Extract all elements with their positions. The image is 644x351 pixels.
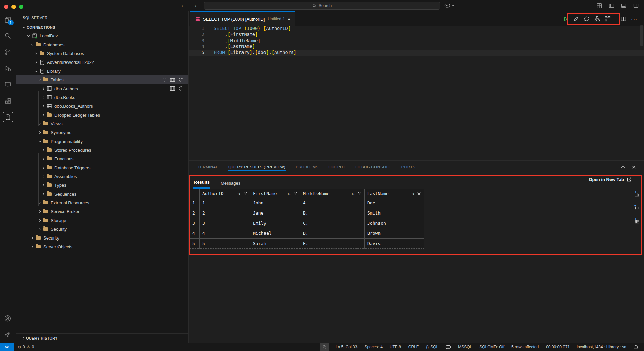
grid-cell[interactable]: 5 [200, 239, 250, 249]
remote-explorer-icon[interactable] [0, 76, 16, 93]
grid-cell[interactable]: John [250, 198, 300, 208]
grid-cell[interactable]: Johnson [365, 218, 424, 228]
table-view-icon[interactable] [170, 78, 175, 82]
filter-icon[interactable] [417, 192, 421, 195]
grid-cell[interactable]: Brown [365, 228, 424, 239]
cursor-position-status[interactable]: Ln 5, Col 33 [335, 343, 358, 351]
column-header-authorid[interactable]: AuthorID ↑↓ [200, 189, 250, 198]
language-mode-status[interactable]: {} SQL [425, 343, 439, 351]
tab-query-results[interactable]: QUERY RESULTS (PREVIEW) [228, 164, 286, 171]
tree-item-server-objects[interactable]: Server Objects [16, 242, 188, 251]
results-tab[interactable]: Results [193, 180, 210, 189]
tab-debug-console[interactable]: DEBUG CONSOLE [355, 164, 392, 170]
grid-cell[interactable]: 4 [200, 228, 250, 239]
extensions-icon[interactable] [0, 93, 16, 109]
sort-icon[interactable]: ↑↓ [351, 191, 354, 196]
filter-icon[interactable] [358, 192, 362, 195]
sql-server-view-icon[interactable] [0, 109, 16, 125]
code-editor[interactable]: 1 SELECT TOP (1000) [AuthorID] 2 ,[First… [189, 26, 644, 160]
tab-output[interactable]: OUTPUT [328, 164, 346, 170]
grid-cell[interactable]: Doe [365, 198, 424, 208]
tree-item-types[interactable]: Types [16, 181, 188, 190]
tree-item-storage[interactable]: Storage [16, 216, 188, 225]
filter-icon[interactable] [293, 192, 297, 195]
encoding-status[interactable]: UTF-8 [389, 343, 402, 351]
grid-cell[interactable]: Smith [365, 208, 424, 218]
tab-ports[interactable]: PORTS [401, 164, 416, 170]
sidebar-more-actions[interactable]: ··· [177, 15, 182, 20]
column-header-middlename[interactable]: MiddleName ↑↓ [300, 189, 365, 198]
grid-cell[interactable]: Davis [365, 239, 424, 249]
grid-cell[interactable]: B. [300, 208, 365, 218]
filter-icon[interactable] [243, 192, 247, 195]
tree-item-assemblies[interactable]: Assemblies [16, 172, 188, 181]
tree-item-programmability[interactable]: Programmability [16, 137, 188, 146]
grid-cell[interactable]: E. [300, 239, 365, 249]
tree-item-functions[interactable]: Functions [16, 154, 188, 163]
maximize-window-button[interactable] [19, 5, 23, 9]
tree-item-database-triggers[interactable]: Database Triggers [16, 163, 188, 172]
grid-cell[interactable]: 2 [200, 208, 250, 218]
grid-cell[interactable]: 1 [200, 198, 250, 208]
grid-cell[interactable]: Sarah [250, 239, 300, 249]
tree-item-views[interactable]: Views [16, 119, 188, 128]
editor-scrollbar[interactable] [640, 25, 643, 46]
save-as-json-icon[interactable] [634, 204, 640, 210]
sqlcmd-status[interactable]: SQLCMD: Off [479, 343, 505, 351]
disconnect-button[interactable] [573, 16, 579, 22]
tree-section-connections[interactable]: CONNECTIONS [16, 23, 188, 31]
actual-plan-button[interactable] [605, 16, 611, 22]
tree-item-dbo-authors[interactable]: dbo.Authors [16, 84, 188, 93]
grid-cell[interactable]: Emily [250, 218, 300, 228]
sort-icon[interactable]: ↑↓ [411, 191, 414, 196]
tree-item-dbo-books[interactable]: dbo.Books [16, 93, 188, 102]
back-button[interactable]: ← [181, 2, 186, 8]
column-header-lastname[interactable]: LastName ↑↓ [365, 189, 424, 198]
messages-tab[interactable]: Messages [220, 181, 241, 189]
toggle-primary-sidebar-icon[interactable] [609, 3, 614, 8]
maximize-panel-icon[interactable] [621, 165, 625, 169]
row-number-cell[interactable]: 5 [190, 239, 200, 249]
tree-item-synonyms[interactable]: Synonyms [16, 128, 188, 137]
tree-item-external-resources[interactable]: External Resources [16, 198, 188, 207]
grid-cell[interactable]: A. [300, 198, 365, 208]
close-panel-icon[interactable] [631, 165, 636, 169]
change-connection-button[interactable] [584, 16, 590, 22]
remote-indicator[interactable]: >< [0, 343, 14, 351]
notifications-bell-icon[interactable] [633, 343, 639, 351]
tree-item-library[interactable]: Library [16, 67, 188, 75]
sort-icon[interactable]: ↑↓ [237, 191, 240, 196]
save-as-csv-icon[interactable] [634, 191, 640, 197]
grid-cell[interactable]: Michael [250, 228, 300, 239]
problems-status[interactable]: ⊘ 0 ⚠ 0 [17, 343, 35, 351]
indentation-status[interactable]: Spaces: 4 [364, 343, 383, 351]
column-header-firstname[interactable]: FirstName ↑↓ [250, 189, 300, 198]
connection-status[interactable]: localhost,1434 : Library : sa [576, 343, 627, 351]
open-in-new-tab-button[interactable]: Open in New Tab [589, 177, 632, 182]
copilot-menu[interactable] [444, 3, 454, 8]
explorer-icon[interactable]: 1 [0, 11, 16, 28]
row-number-cell[interactable]: 2 [190, 208, 200, 218]
settings-gear-icon[interactable] [0, 326, 16, 343]
sort-icon[interactable]: ↑↓ [287, 191, 290, 196]
toggle-panel-icon[interactable] [621, 3, 626, 8]
refresh-icon[interactable] [178, 86, 183, 91]
editor-more-actions[interactable]: ··· [631, 16, 637, 22]
tree-item-sequences[interactable]: Sequences [16, 190, 188, 198]
grid-cell[interactable]: D. [300, 228, 365, 239]
zoom-status-item[interactable] [320, 343, 329, 351]
tree-item-security-db[interactable]: Security [16, 225, 188, 233]
tree-item-service-broker[interactable]: Service Broker [16, 207, 188, 216]
tree-item-system-databases[interactable]: System Databases [16, 49, 188, 58]
search-input[interactable]: Search [204, 2, 440, 10]
grid-cell[interactable]: Jane [250, 208, 300, 218]
split-editor-button[interactable] [621, 16, 626, 22]
close-window-button[interactable] [4, 5, 8, 9]
mssql-status[interactable]: MSSQL [457, 343, 473, 351]
table-view-icon[interactable] [170, 86, 175, 91]
customize-layout-icon[interactable] [597, 3, 602, 8]
search-view-icon[interactable] [0, 28, 16, 44]
tree-item-security-server[interactable]: Security [16, 233, 188, 242]
source-control-icon[interactable] [0, 44, 16, 60]
tree-item-databases[interactable]: Databases [16, 40, 188, 49]
